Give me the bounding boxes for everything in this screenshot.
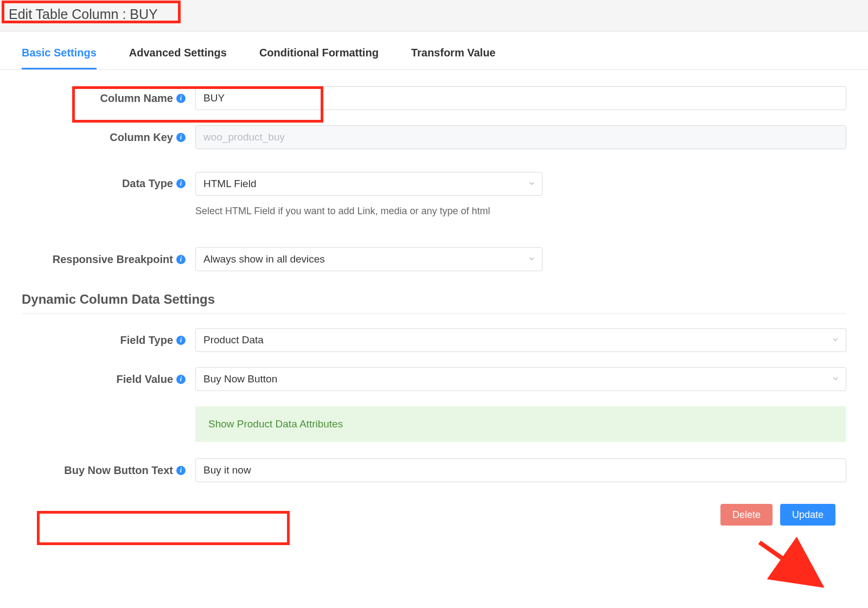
- label-column-name: Column Name i: [22, 92, 195, 105]
- tab-conditional-formatting[interactable]: Conditional Formatting: [259, 47, 379, 69]
- modal-header: Edit Table Column : BUY: [0, 0, 868, 31]
- row-field-type: Field Type i Product Data: [22, 328, 846, 352]
- form-actions: Delete Update: [22, 488, 846, 526]
- select-field-value-text: Buy Now Button: [203, 373, 277, 385]
- select-data-type[interactable]: HTML Field: [195, 172, 542, 196]
- row-responsive-breakpoint: Responsive Breakpoint i Always show in a…: [22, 247, 846, 271]
- svg-line-0: [760, 542, 814, 580]
- label-data-type: Data Type i: [22, 172, 195, 190]
- select-field-value[interactable]: Buy Now Button: [195, 367, 846, 391]
- row-buy-now-button-text: Buy Now Button Text i: [22, 458, 846, 482]
- alert-show-attributes[interactable]: Show Product Data Attributes: [195, 406, 846, 442]
- label-column-key-text: Column Key: [110, 131, 173, 144]
- info-icon[interactable]: i: [176, 94, 186, 103]
- row-data-type: Data Type i HTML Field Select HTML Field…: [22, 172, 846, 217]
- label-responsive-breakpoint: Responsive Breakpoint i: [22, 253, 195, 266]
- tabs: Basic Settings Advanced Settings Conditi…: [0, 31, 868, 70]
- tab-basic-settings[interactable]: Basic Settings: [22, 47, 97, 69]
- label-field-type-text: Field Type: [120, 334, 173, 347]
- row-column-name: Column Name i: [22, 86, 846, 110]
- label-field-value-text: Field Value: [117, 373, 173, 386]
- label-responsive-breakpoint-text: Responsive Breakpoint: [53, 253, 173, 266]
- form-basic-settings: Column Name i Column Key i Data Type i H…: [0, 70, 868, 531]
- annotation-arrow-icon: [754, 537, 830, 597]
- label-buy-now-button-text: Buy Now Button Text i: [22, 464, 195, 477]
- select-field-type-value: Product Data: [203, 334, 264, 346]
- info-icon[interactable]: i: [176, 179, 186, 188]
- label-column-key: Column Key i: [22, 131, 195, 144]
- row-field-value: Field Value i Buy Now Button: [22, 367, 846, 391]
- tab-transform-value[interactable]: Transform Value: [411, 47, 496, 69]
- heading-dynamic-column-data: Dynamic Column Data Settings: [22, 281, 846, 314]
- label-column-name-text: Column Name: [100, 92, 173, 105]
- tab-advanced-settings[interactable]: Advanced Settings: [129, 47, 227, 69]
- modal-title: Edit Table Column : BUY: [5, 5, 161, 23]
- info-icon[interactable]: i: [176, 375, 186, 384]
- label-field-value: Field Value i: [22, 373, 195, 386]
- input-buy-now-button-text[interactable]: [195, 458, 846, 482]
- select-field-type[interactable]: Product Data: [195, 328, 846, 352]
- select-responsive-breakpoint[interactable]: Always show in all devices: [195, 247, 542, 271]
- input-column-name[interactable]: [195, 86, 846, 110]
- delete-button[interactable]: Delete: [720, 504, 773, 526]
- info-icon[interactable]: i: [176, 255, 186, 264]
- helper-data-type: Select HTML Field if you want to add Lin…: [195, 206, 846, 217]
- label-field-type: Field Type i: [22, 334, 195, 347]
- input-column-key: [195, 125, 846, 149]
- label-data-type-text: Data Type: [122, 177, 173, 190]
- info-icon[interactable]: i: [176, 466, 186, 475]
- row-column-key: Column Key i: [22, 125, 846, 149]
- info-icon[interactable]: i: [176, 336, 186, 345]
- update-button[interactable]: Update: [780, 504, 835, 526]
- select-data-type-value: HTML Field: [203, 178, 256, 190]
- label-buy-now-text: Buy Now Button Text: [64, 464, 173, 477]
- info-icon[interactable]: i: [176, 133, 186, 142]
- select-responsive-value: Always show in all devices: [203, 253, 325, 265]
